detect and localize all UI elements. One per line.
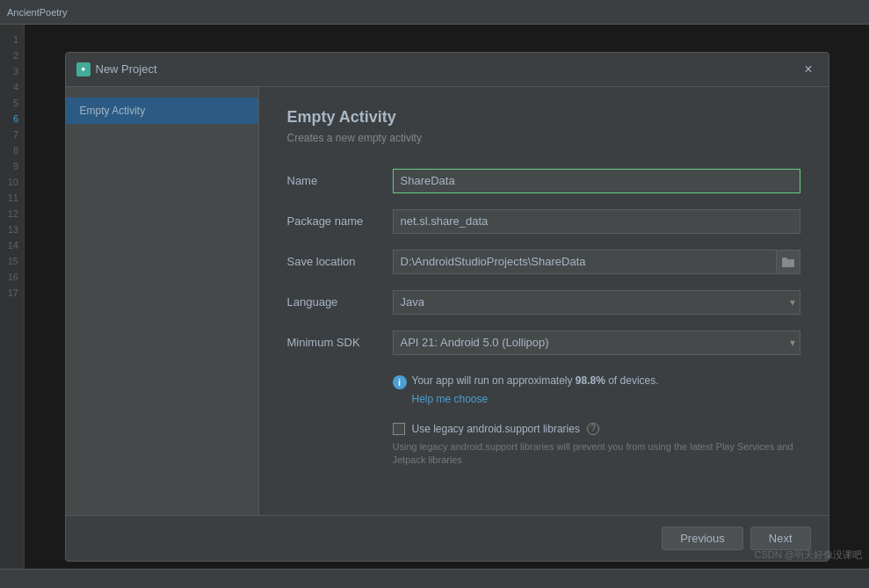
package-input[interactable] <box>393 209 800 234</box>
sdk-select-wrapper: API 16: Android 4.1 (Jelly Bean) API 21:… <box>393 330 800 355</box>
package-label: Package name <box>287 214 393 228</box>
location-input-group <box>393 250 800 274</box>
help-link[interactable]: Help me choose <box>412 393 800 405</box>
package-row: Package name <box>287 209 800 234</box>
previous-button[interactable]: Previous <box>662 526 743 550</box>
line-num-16: 16 <box>0 269 24 285</box>
info-icon: i <box>393 375 407 389</box>
location-label: Save location <box>287 255 393 268</box>
line-num-17: 17 <box>0 285 24 301</box>
language-select-wrapper: Java Kotlin ▾ <box>393 290 800 315</box>
checkbox-section: Use legacy android.support libraries ? U… <box>393 423 800 468</box>
sdk-select[interactable]: API 16: Android 4.1 (Jelly Bean) API 21:… <box>393 330 800 355</box>
location-row: Save location <box>287 250 800 274</box>
line-num-1: 1 <box>0 32 24 47</box>
dialog-title-bar: ✦ New Project × <box>66 53 829 87</box>
app-title: AncientPoetry <box>7 7 67 18</box>
info-section: i Your app will run on approximately 98.… <box>393 374 800 405</box>
checkbox-label: Use legacy android.support libraries <box>412 423 580 435</box>
line-num-4: 4 <box>0 79 24 95</box>
help-question-icon[interactable]: ? <box>587 423 599 435</box>
template-item-empty-activity[interactable]: Empty Activity <box>66 98 258 124</box>
line-num-9: 9 <box>0 158 24 174</box>
info-text-before: Your app will run on approximately <box>412 374 576 387</box>
status-bar <box>0 569 869 588</box>
dialog-title-icon: ✦ <box>76 62 91 76</box>
dialog-title-text: New Project <box>96 62 157 76</box>
watermark: CSDN @明天好像没课吧 <box>755 548 862 562</box>
next-button[interactable]: Next <box>750 526 811 550</box>
legacy-libraries-checkbox[interactable] <box>393 423 405 435</box>
line-num-8: 8 <box>0 142 24 158</box>
line-numbers-sidebar: 1 2 3 4 5 6 7 8 9 10 11 12 13 14 15 16 1… <box>0 25 25 588</box>
folder-icon <box>782 257 794 267</box>
line-num-12: 12 <box>0 206 24 221</box>
svg-rect-1 <box>782 258 787 261</box>
location-input[interactable] <box>393 250 776 274</box>
line-num-2: 2 <box>0 47 24 63</box>
right-panel: Empty Activity Creates a new empty activ… <box>259 87 829 515</box>
name-row: Name <box>287 169 800 193</box>
name-input[interactable] <box>393 169 800 193</box>
top-toolbar: AncientPoetry <box>0 0 869 25</box>
line-num-15: 15 <box>0 253 24 269</box>
line-num-3: 3 <box>0 63 24 79</box>
section-title: Empty Activity <box>287 108 800 127</box>
left-panel: Empty Activity <box>66 87 259 515</box>
dialog-body: Empty Activity Empty Activity Creates a … <box>66 87 829 515</box>
dialog-title: ✦ New Project <box>76 62 157 76</box>
section-subtitle: Creates a new empty activity <box>287 132 800 144</box>
line-num-13: 13 <box>0 221 24 237</box>
line-num-11: 11 <box>0 190 24 206</box>
new-project-dialog: ✦ New Project × Empty Activity Empty Act… <box>65 52 829 562</box>
line-num-7: 7 <box>0 127 24 142</box>
sdk-label: Minimum SDK <box>287 336 393 349</box>
info-text-after: of devices. <box>605 374 659 387</box>
language-row: Language Java Kotlin ▾ <box>287 290 800 315</box>
line-num-14: 14 <box>0 237 24 253</box>
info-text: Your app will run on approximately 98.8%… <box>412 374 659 387</box>
info-percentage: 98.8% <box>576 374 605 387</box>
dialog-footer: Previous Next <box>66 515 829 561</box>
language-select[interactable]: Java Kotlin <box>393 290 800 315</box>
line-num-10: 10 <box>0 174 24 190</box>
line-num-5: 5 <box>0 95 24 111</box>
close-button[interactable]: × <box>799 60 817 79</box>
sdk-row: Minimum SDK API 16: Android 4.1 (Jelly B… <box>287 330 800 355</box>
checkbox-description: Using legacy android.support libraries w… <box>393 440 800 468</box>
modal-overlay: ✦ New Project × Empty Activity Empty Act… <box>25 25 869 588</box>
language-label: Language <box>287 295 393 309</box>
checkbox-row: Use legacy android.support libraries ? <box>393 423 800 435</box>
line-num-6: 6 <box>0 111 24 127</box>
name-label: Name <box>287 174 393 187</box>
browse-button[interactable] <box>776 250 800 274</box>
info-row: i Your app will run on approximately 98.… <box>393 374 800 389</box>
